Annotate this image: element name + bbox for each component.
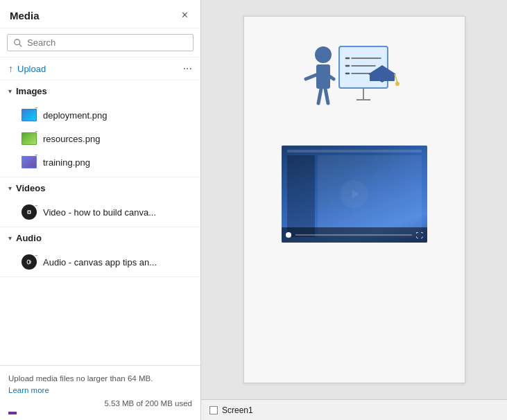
upload-left: ↑ Upload xyxy=(8,63,46,74)
video-progress-dot xyxy=(286,232,291,238)
list-item[interactable]: ⁻ Video - how to build canva... xyxy=(0,200,200,224)
canvas-training-image xyxy=(282,30,427,134)
training-illustration-svg xyxy=(285,34,424,131)
video-filename: Video - how to build canva... xyxy=(43,207,156,218)
search-icon xyxy=(13,38,23,48)
svg-line-1 xyxy=(19,44,22,46)
svg-rect-3 xyxy=(22,110,36,121)
upload-row[interactable]: ↑ Upload ··· xyxy=(0,58,200,80)
list-item[interactable]: ⁻ deployment.png xyxy=(0,103,200,127)
audio-section-header[interactable]: ▾ Audio xyxy=(0,227,200,249)
canvas-area: ⛶ xyxy=(201,0,507,399)
search-input-wrapper xyxy=(7,34,194,51)
svg-point-0 xyxy=(15,39,20,44)
upload-icon: ↑ xyxy=(8,63,13,74)
training-img-icon: ⁻ xyxy=(22,155,37,170)
upload-label: Upload xyxy=(17,64,46,74)
list-item[interactable]: ⁻ resources.png xyxy=(0,127,200,150)
canvas-frame: ⛶ xyxy=(243,16,465,383)
resources-img-icon: ⁻ xyxy=(22,131,37,146)
videos-section-title: Videos xyxy=(16,183,45,193)
svg-line-17 xyxy=(325,89,328,103)
deployment-icon: ⁻ xyxy=(21,107,37,123)
svg-line-16 xyxy=(318,89,321,103)
footer-info: Upload media files no larger than 64 MB.… xyxy=(8,373,192,397)
usage-bar xyxy=(8,412,17,414)
videos-section: ▾ Videos ⁻ Video xyxy=(0,177,200,227)
bottom-bar: Screen1 xyxy=(201,399,507,420)
list-item[interactable]: ⁻ Audio - canvas app tips an... xyxy=(0,250,200,274)
footer-usage: 5.53 MB of 200 MB used xyxy=(8,399,192,408)
audio-section-title: Audio xyxy=(16,233,42,243)
video-controls-bar: ⛶ xyxy=(282,227,427,243)
svg-point-9 xyxy=(28,211,31,213)
audio-circle-icon: ⁻ xyxy=(22,254,37,270)
videos-items: ⁻ Video - how to build canva... xyxy=(0,199,200,227)
images-items: ⁻ deployment.png xyxy=(0,102,200,177)
more-options-icon[interactable]: ··· xyxy=(183,62,192,75)
video-expand-icon[interactable]: ⛶ xyxy=(416,231,423,239)
training-filename: training.png xyxy=(43,157,90,168)
deployment-tag: ⁻ xyxy=(35,107,37,112)
videos-chevron-icon: ▾ xyxy=(8,184,12,192)
audio-chevron-icon: ▾ xyxy=(8,234,12,242)
images-chevron-icon: ▾ xyxy=(8,87,12,95)
sidebar-title: Media xyxy=(10,10,40,21)
audio-filename: Audio - canvas app tips an... xyxy=(43,257,157,268)
video-circle-icon: ⁻ xyxy=(22,204,37,220)
screen-label: Screen1 xyxy=(222,405,253,415)
training-tag: ⁻ xyxy=(35,154,37,159)
main-area: ⛶ Screen1 xyxy=(201,0,507,420)
search-input[interactable] xyxy=(27,37,187,48)
training-icon: ⁻ xyxy=(21,154,37,170)
video-camera-icon xyxy=(25,208,33,216)
sidebar-footer: Upload media files no larger than 64 MB.… xyxy=(0,365,200,421)
media-sidebar: Media × ↑ Upload ··· ▾ I xyxy=(0,0,201,420)
list-item[interactable]: ⁻ training.png xyxy=(0,150,200,174)
svg-point-30 xyxy=(395,82,399,86)
screen-checkbox[interactable] xyxy=(209,406,218,414)
search-bar xyxy=(0,28,200,58)
audio-speaker-icon xyxy=(25,258,33,266)
resources-filename: resources.png xyxy=(43,134,100,144)
app-container: Media × ↑ Upload ··· ▾ I xyxy=(0,0,507,420)
deployment-filename: deployment.png xyxy=(43,110,108,121)
images-section: ▾ Images xyxy=(0,80,200,177)
audio-item-icon: ⁻ xyxy=(21,254,37,270)
video-item-icon: ⁻ xyxy=(21,204,37,220)
video-progress-bar xyxy=(295,234,412,236)
canvas-video-thumbnail: ⛶ xyxy=(282,146,427,243)
deployment-img-icon: ⁻ xyxy=(22,107,37,123)
svg-point-12 xyxy=(315,46,332,63)
resources-tag: ⁻ xyxy=(35,130,37,136)
learn-more-link[interactable]: Learn more xyxy=(8,386,49,394)
resources-icon: ⁻ xyxy=(21,130,37,147)
svg-point-10 xyxy=(26,259,33,266)
images-section-header[interactable]: ▾ Images xyxy=(0,80,200,102)
sidebar-header: Media × xyxy=(0,0,200,28)
close-button[interactable]: × xyxy=(179,8,191,22)
svg-line-29 xyxy=(395,74,397,82)
svg-rect-5 xyxy=(22,133,36,144)
audio-items: ⁻ Audio - canvas app tips an... xyxy=(0,249,200,277)
audio-section: ▾ Audio ⁻ Audio xyxy=(0,227,200,277)
videos-section-header[interactable]: ▾ Videos xyxy=(0,177,200,199)
footer-info-text: Upload media files no larger than 64 MB. xyxy=(8,374,153,383)
images-section-title: Images xyxy=(16,86,47,96)
svg-rect-7 xyxy=(22,157,36,168)
